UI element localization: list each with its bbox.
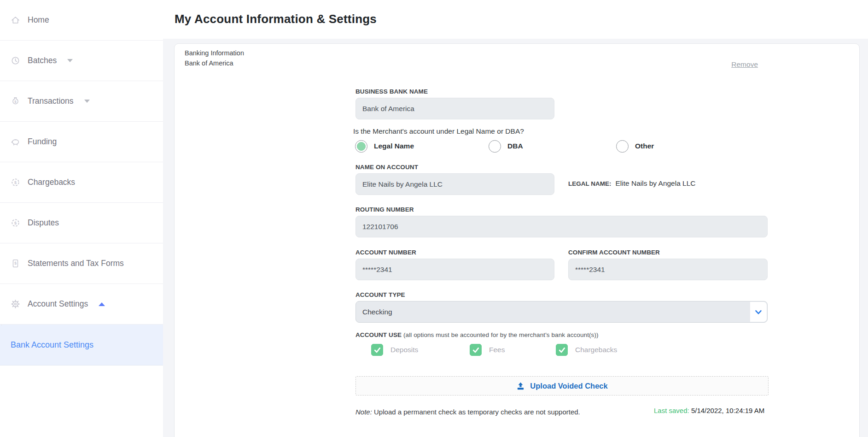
page-title: My Account Information & Settings — [175, 12, 377, 26]
radio-button[interactable] — [616, 140, 629, 153]
banking-information-card: Banking Information Bank of America Remo… — [174, 43, 860, 437]
svg-text:$: $ — [14, 100, 17, 104]
routing-number-label: ROUTING NUMBER — [355, 206, 414, 213]
account-number-label: ACCOUNT NUMBER — [355, 249, 416, 256]
name-on-account-input[interactable] — [355, 173, 554, 195]
page-header: My Account Information & Settings — [163, 0, 868, 39]
checkbox[interactable] — [470, 344, 482, 356]
legal-name-row: LEGAL NAME: Elite Nails by Angela LLC — [568, 179, 696, 188]
sidebar-item-label: Chargebacks — [28, 177, 75, 187]
upload-button-label: Upload Voided Check — [530, 382, 607, 390]
sidebar: Home Batches $ Transactions Funding $ — [0, 0, 163, 437]
account-number-input[interactable] — [355, 259, 554, 280]
upload-note: Note: Upload a permanent check as tempor… — [355, 407, 580, 418]
account-type-value: Checking — [362, 308, 392, 316]
dollar-badge-icon: $ — [11, 218, 20, 228]
name-on-account-label: NAME ON ACCOUNT — [355, 164, 418, 171]
clock-icon — [11, 56, 20, 65]
select-chevron-box[interactable] — [750, 302, 767, 322]
sidebar-item-label: Statements and Tax Forms — [28, 259, 124, 268]
sidebar-item-label: Disputes — [28, 218, 59, 228]
checkbox[interactable] — [371, 344, 383, 356]
routing-number-input[interactable] — [355, 216, 768, 237]
sidebar-item-disputes[interactable]: $ Disputes — [0, 203, 163, 243]
radio-label: Legal Name — [374, 142, 414, 150]
legal-name-value: Elite Nails by Angela LLC — [616, 179, 696, 188]
note-prefix: Note: — [355, 408, 372, 416]
remove-bank-link[interactable]: Remove — [731, 60, 758, 69]
gear-icon — [11, 299, 20, 309]
sidebar-item-chargebacks[interactable]: $ Chargebacks — [0, 162, 163, 203]
account-type-label: ACCOUNT TYPE — [355, 291, 405, 298]
card-title: Banking Information — [185, 49, 244, 57]
sidebar-item-home[interactable]: Home — [0, 0, 163, 41]
chevron-up-icon — [99, 302, 105, 306]
note-text: Upload a permanent check as temporary ch… — [374, 408, 580, 416]
home-icon — [11, 15, 20, 25]
sidebar-item-account-settings[interactable]: Account Settings — [0, 284, 163, 325]
sidebar-item-label: Home — [28, 15, 49, 25]
radio-option-dba[interactable]: DBA — [489, 140, 523, 153]
account-use-label: ACCOUNT USE (all options must be account… — [355, 331, 599, 338]
app-root: Home Batches $ Transactions Funding $ — [0, 0, 868, 437]
checkbox-option-fees[interactable]: Fees — [470, 344, 505, 356]
sidebar-subitem-label: Bank Account Settings — [11, 340, 93, 350]
business-bank-name-label: BUSINESS BANK NAME — [355, 88, 428, 95]
sidebar-item-statements[interactable]: $ Statements and Tax Forms — [0, 243, 163, 284]
radio-label: DBA — [507, 142, 523, 150]
sidebar-item-label: Funding — [28, 137, 57, 147]
last-saved: Last saved: 5/14/2022, 10:24:19 AM — [654, 405, 769, 416]
chevron-down-icon — [84, 100, 90, 103]
check-icon — [558, 346, 566, 354]
business-bank-name-input[interactable] — [355, 98, 554, 119]
checkbox-label: Deposits — [390, 346, 418, 354]
chevron-down-icon — [67, 59, 73, 62]
checkbox-option-chargebacks[interactable]: Chargebacks — [556, 344, 617, 356]
account-use-label-note: (all options must be accounted for by th… — [403, 331, 599, 338]
legal-name-label: LEGAL NAME: — [568, 180, 612, 187]
check-icon — [472, 346, 480, 354]
main-content: My Account Information & Settings Bankin… — [163, 0, 868, 437]
last-saved-value: 5/14/2022, 10:24:19 AM — [691, 407, 764, 414]
checkbox-option-deposits[interactable]: Deposits — [371, 344, 418, 356]
confirm-account-number-label: CONFIRM ACCOUNT NUMBER — [568, 249, 660, 256]
checkbox-label: Fees — [489, 346, 505, 354]
confirm-account-number-input[interactable] — [568, 259, 768, 280]
last-saved-label: Last saved: — [654, 407, 689, 414]
radio-option-legal-name[interactable]: Legal Name — [355, 140, 414, 153]
sidebar-item-label: Transactions — [28, 96, 74, 106]
checkbox[interactable] — [556, 344, 568, 356]
piggy-bank-icon — [11, 137, 20, 147]
dollar-badge-icon: $ — [11, 177, 20, 187]
radio-button[interactable] — [355, 140, 367, 153]
sidebar-item-batches[interactable]: Batches — [0, 41, 163, 81]
sidebar-item-label: Batches — [28, 56, 57, 65]
sidebar-item-transactions[interactable]: $ Transactions — [0, 81, 163, 122]
upload-icon — [516, 382, 525, 390]
radio-label: Other — [635, 142, 654, 150]
card-subtitle: Bank of America — [185, 59, 233, 67]
upload-voided-check-button[interactable]: Upload Voided Check — [355, 376, 769, 396]
sidebar-item-label: Account Settings — [28, 299, 88, 309]
sidebar-subitem-bank-account-settings[interactable]: Bank Account Settings — [0, 325, 163, 366]
checkbox-label: Chargebacks — [575, 346, 617, 354]
account-use-label-main: ACCOUNT USE — [355, 331, 402, 338]
statement-dollar-icon: $ — [11, 259, 20, 268]
svg-text:$: $ — [14, 180, 17, 185]
radio-button[interactable] — [489, 140, 501, 153]
radio-option-other[interactable]: Other — [616, 140, 654, 153]
sidebar-item-funding[interactable]: Funding — [0, 122, 163, 162]
legal-or-dba-question: Is the Merchant's account under Legal Na… — [353, 127, 524, 136]
money-bag-icon: $ — [11, 96, 20, 106]
account-type-select[interactable]: Checking — [355, 301, 768, 323]
chevron-down-icon — [754, 308, 763, 316]
check-icon — [373, 346, 381, 354]
svg-text:$: $ — [14, 221, 17, 225]
svg-text:$: $ — [14, 261, 17, 266]
